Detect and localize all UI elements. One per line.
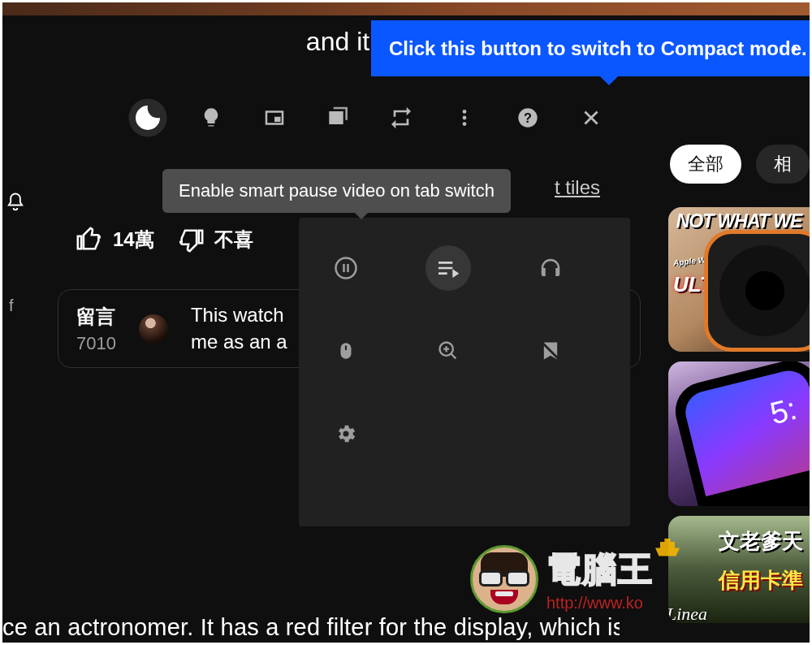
extension-toolbar: dark-mode light picture-in-picture tabs … <box>116 87 628 149</box>
thumb-logo: Linea <box>668 604 707 623</box>
comments-count: 7010 <box>76 333 116 354</box>
callout-text: Click this button to switch to Compact m… <box>389 37 807 60</box>
rail-letter: f <box>9 297 25 315</box>
gear-icon <box>335 422 357 445</box>
svg-point-1 <box>463 116 467 120</box>
playlist-play-icon <box>435 255 461 281</box>
dark-mode-button[interactable]: dark-mode <box>116 87 179 149</box>
filter-chips: 全部 相 <box>670 145 810 184</box>
featured-comment: This watch me as an a <box>191 302 287 355</box>
light-button[interactable]: light <box>179 87 243 149</box>
bell-icon <box>4 189 27 215</box>
chip-related[interactable]: 相 <box>756 145 810 184</box>
help-button[interactable]: ? help <box>496 87 559 149</box>
bookmark-off-button[interactable] <box>528 328 573 374</box>
svg-rect-7 <box>347 264 349 272</box>
bookmark-off-icon <box>539 340 562 362</box>
comments-title: 留言 <box>76 304 116 330</box>
headphones-icon <box>538 256 563 280</box>
video-strip <box>2 2 810 15</box>
svg-point-5 <box>336 258 356 279</box>
chevron-right-icon <box>788 39 801 58</box>
like-count: 14萬 <box>113 227 154 253</box>
watermark-title: 電腦王 <box>546 547 654 592</box>
recommendation-thumb[interactable]: NOT WHAT WE Apple Watch ULTRA <box>668 207 810 352</box>
svg-text:?: ? <box>524 110 532 125</box>
pause-on-tab-button[interactable] <box>323 245 369 291</box>
pause-tooltip: Enable smart pause video on tab switch <box>162 169 511 213</box>
left-rail: f <box>2 189 25 315</box>
video-caption-bottom: ce an actronomer. It has a red filter fo… <box>2 614 620 641</box>
mouse-button[interactable] <box>323 328 369 374</box>
svg-point-0 <box>463 110 467 114</box>
watermark-url: http://www.ko <box>546 594 654 613</box>
thumb-up-icon <box>76 226 103 253</box>
settings-button[interactable] <box>323 411 369 457</box>
tabs-button[interactable]: tabs <box>306 87 369 149</box>
dislike-button[interactable]: 不喜 <box>177 226 253 253</box>
headphones-button[interactable] <box>528 245 573 291</box>
chip-all[interactable]: 全部 <box>670 145 741 184</box>
zoom-in-icon <box>437 340 460 362</box>
dislike-label: 不喜 <box>214 227 253 253</box>
svg-rect-8 <box>341 343 352 359</box>
like-button[interactable]: 14萬 <box>76 226 154 253</box>
loop-button[interactable]: loop <box>369 87 433 149</box>
playlist-play-button[interactable] <box>425 245 471 291</box>
site-watermark: 電腦王 http://www.ko <box>470 545 654 613</box>
recommendation-thumb[interactable]: 5: <box>668 361 810 506</box>
recommendation-list: NOT WHAT WE Apple Watch ULTRA 5: 文老爹天 信用… <box>668 207 810 623</box>
pip-button[interactable]: picture-in-picture <box>243 87 306 149</box>
svg-rect-6 <box>343 264 345 272</box>
thumb-down-icon <box>177 226 205 253</box>
zoom-button[interactable] <box>425 328 471 374</box>
phone-graphic <box>669 361 810 506</box>
thumb-caption: NOT WHAT WE <box>668 210 810 232</box>
watermark-mascot <box>470 545 538 613</box>
tiles-link[interactable]: t tiles <box>555 176 600 199</box>
thumb-text-2: 信用卡準 <box>719 566 803 595</box>
close-button[interactable]: close <box>559 87 623 149</box>
tabs-dropdown-panel <box>299 218 630 526</box>
more-button[interactable]: more <box>433 87 496 149</box>
thumb-text-1: 文老爹天 <box>719 527 803 556</box>
watch-graphic <box>704 230 810 352</box>
pause-circle-icon <box>334 256 358 280</box>
recommendation-thumb[interactable]: 文老爹天 信用卡準 Linea <box>668 516 810 623</box>
mouse-icon <box>335 339 356 363</box>
svg-point-2 <box>463 122 467 126</box>
compact-mode-callout[interactable]: Click this button to switch to Compact m… <box>371 20 810 76</box>
commenter-avatar <box>139 314 168 344</box>
svg-rect-9 <box>345 346 347 350</box>
